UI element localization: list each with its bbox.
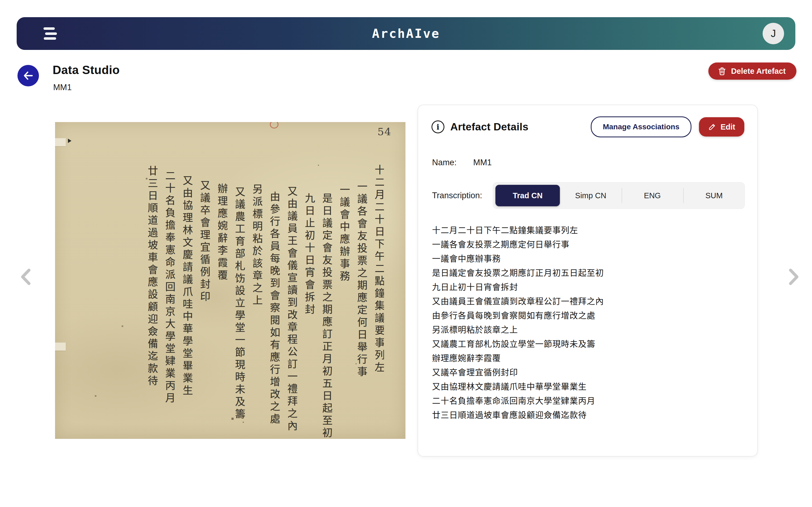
top-navbar: ArchAIve J — [17, 17, 795, 50]
delete-artefact-label: Delete Artefact — [731, 67, 786, 76]
manuscript-column: 又由協理林文慶請議爪哇中華學堂畢業生 — [182, 164, 192, 397]
trash-icon — [717, 66, 727, 76]
transcription-line: 廿三日順道過坡車會應設顧迎僉備迄款待 — [432, 408, 745, 422]
edit-label: Edit — [720, 123, 735, 131]
paper-specks — [55, 122, 56, 123]
details-title: Artefact Details — [450, 121, 591, 133]
edit-button[interactable]: Edit — [699, 117, 744, 136]
transcription-line: 又議農工育部札饬設立學堂一節現時未及籌 — [432, 337, 745, 351]
transcription-line: 九日止初十日宵會拆封 — [432, 280, 745, 294]
ink-mark — [68, 139, 71, 143]
manage-associations-button[interactable]: Manage Associations — [591, 116, 692, 137]
manuscript-column: 九日止初十日宵會拆封 — [304, 164, 314, 316]
tape-mark — [55, 138, 66, 146]
name-value: MM1 — [473, 158, 492, 167]
artefact-image[interactable]: 54 十二月二十日下午二點鐘集議要事列左 一議各會友投票之期應定何日舉行事 一議… — [55, 122, 405, 439]
transcription-line: 一議各會友投票之期應定何日舉行事 — [432, 237, 745, 251]
tab-simp-cn[interactable]: Simp CN — [560, 182, 622, 209]
next-artefact-button[interactable] — [787, 268, 800, 286]
transcription-line: 辦理應婉辭李霞覆 — [432, 351, 745, 365]
transcription-label: Transcription: — [432, 191, 493, 201]
manage-associations-label: Manage Associations — [603, 123, 679, 131]
manuscript-column: 由參行各員每晚到會察閱如有應行增改之處 — [269, 164, 279, 426]
transcription-line: 由參行各員每晚到會察閱如有應行增改之處 — [432, 308, 745, 323]
manuscript-page-number: 54 — [377, 126, 392, 137]
transcription-line: 一議會中應辦事務 — [432, 251, 745, 266]
previous-artefact-button[interactable] — [19, 268, 33, 286]
manuscript-column: 又議農工育部札饬設立學堂一節現時未及籌 — [234, 164, 244, 421]
transcription-line: 十二月二十日下午二點鐘集議要事列左 — [432, 223, 745, 237]
tape-mark — [55, 343, 66, 351]
arrow-left-icon — [22, 70, 34, 81]
tab-sum[interactable]: SUM — [683, 182, 745, 209]
transcription-row: Transcription: Trad CN Simp CN ENG SUM — [432, 182, 745, 209]
manuscript-column: 二十名負擔奉憲命派回南京大學堂肄業丙月 — [164, 164, 174, 405]
transcription-line: 又議卒會理宜循例封印 — [432, 365, 745, 380]
manuscript-column: 一議會中應辦事務 — [339, 164, 349, 283]
manuscript-column: 另派標明粘於該章之上 — [252, 164, 262, 307]
card-header: i Artefact Details Manage Associations E… — [432, 117, 744, 137]
manuscript-column: 廿三日順道過坡車會應設顧迎僉備迄款待 — [147, 164, 157, 388]
name-label: Name: — [432, 158, 456, 167]
transcription-line: 又由協理林文慶請議爪哇中華學堂畢業生 — [432, 380, 745, 394]
page-subtitle: MM1 — [53, 82, 72, 92]
transcription-line: 又由議員王會儀宣讀到改章程公訂一禮拜之內 — [432, 294, 745, 308]
transcription-line: 是日議定會友投票之期應訂正月初五日起至初 — [432, 266, 745, 280]
manuscript-column: 一議各會友投票之期應定何日舉行事 — [356, 164, 366, 379]
transcription-line: 另派標明粘於該章之上 — [432, 323, 745, 337]
transcription-line: 二十名負擔奉憲命派回南京大學堂肄業丙月 — [432, 394, 745, 408]
pencil-icon — [708, 123, 716, 131]
manuscript-column: 十二月二十日下午二點鐘集議要事列左 — [374, 164, 384, 374]
back-button[interactable] — [17, 65, 39, 87]
red-stamp-mark — [270, 122, 278, 128]
chevron-left-icon — [19, 268, 33, 286]
app-root: ArchAIve J Data Studio MM1 Delete Artefa… — [0, 0, 812, 507]
page-title: Data Studio — [53, 63, 120, 77]
manuscript-calligraphy: 十二月二十日下午二點鐘集議要事列左 一議各會友投票之期應定何日舉行事 一議會中應… — [105, 164, 384, 439]
name-row: Name: MM1 — [432, 158, 492, 167]
manuscript-column: 又議卒會理宜循例封印 — [199, 164, 209, 303]
app-logo: ArchAIve — [17, 26, 795, 41]
manuscript-column: 是日議定會友投票之期應訂正月初五日起至初 — [321, 164, 332, 439]
manuscript-column: 辦理應婉辭李霞覆 — [217, 164, 227, 282]
artefact-details-card: i Artefact Details Manage Associations E… — [417, 105, 758, 457]
manuscript-column: 又由議員王會儀宣讀到改章程公訂一禮拜之內 — [287, 164, 297, 433]
tab-eng[interactable]: ENG — [622, 182, 683, 209]
delete-artefact-button[interactable]: Delete Artefact — [708, 62, 797, 80]
user-avatar[interactable]: J — [763, 23, 784, 44]
info-icon: i — [432, 120, 444, 133]
chevron-right-icon — [787, 268, 800, 286]
transcription-text: 十二月二十日下午二點鐘集議要事列左 一議各會友投票之期應定何日舉行事 一議會中應… — [432, 223, 745, 422]
transcription-tabs: Trad CN Simp CN ENG SUM — [493, 182, 745, 209]
tab-trad-cn[interactable]: Trad CN — [495, 185, 560, 206]
